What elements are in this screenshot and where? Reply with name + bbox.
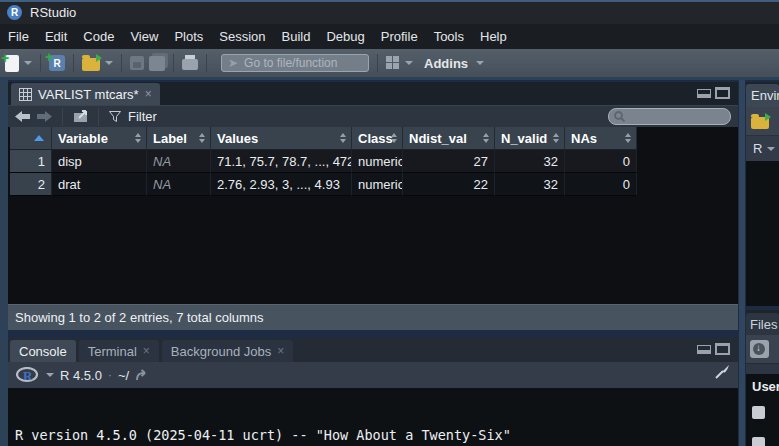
status-text: Showing 1 to 2 of 2 entries, 7 total col… — [15, 310, 264, 325]
broom-icon[interactable] — [714, 363, 731, 379]
forward-arrow-icon[interactable] — [37, 111, 52, 122]
close-icon[interactable]: × — [143, 345, 150, 357]
package-checkbox[interactable] — [752, 437, 765, 446]
sort-icon[interactable] — [483, 133, 489, 143]
open-folder-caret-icon[interactable] — [105, 61, 113, 65]
left-edge-strip — [0, 80, 8, 446]
toolbar-separator — [73, 54, 74, 72]
table-cell-values[interactable]: 2.76, 2.93, 3, ..., 4.93 — [211, 173, 352, 196]
menu-plots[interactable]: Plots — [166, 29, 211, 44]
menu-debug[interactable]: Debug — [318, 29, 372, 44]
console-output[interactable]: R version 4.5.0 (2025-04-11 ucrt) -- "Ho… — [8, 388, 738, 446]
close-icon[interactable]: × — [145, 88, 152, 100]
tab-label: VARLIST mtcars* — [38, 87, 139, 102]
save-all-icon[interactable] — [149, 56, 165, 71]
close-icon[interactable]: × — [277, 345, 284, 357]
environment-language-selector[interactable]: R — [746, 135, 779, 161]
menu-tools[interactable]: Tools — [426, 29, 472, 44]
menu-file[interactable]: File — [0, 29, 37, 44]
menu-profile[interactable]: Profile — [373, 29, 426, 44]
addins-caret-icon[interactable] — [476, 61, 484, 65]
table-cell-values[interactable]: 71.1, 75.7, 78.7, ..., 472 — [211, 150, 352, 173]
header-label[interactable]: Label — [147, 127, 211, 150]
sort-icon[interactable] — [553, 133, 559, 143]
toolbar-separator — [206, 54, 207, 72]
table-cell-n-valid[interactable]: 32 — [495, 173, 565, 196]
menu-code[interactable]: Code — [75, 29, 122, 44]
working-directory[interactable]: ~/ — [118, 368, 129, 383]
back-arrow-icon[interactable] — [15, 111, 30, 122]
table-cell-class[interactable]: numeric — [352, 150, 403, 173]
maximize-icon[interactable] — [715, 87, 730, 99]
menu-view[interactable]: View — [122, 29, 166, 44]
open-folder-icon[interactable] — [82, 58, 100, 71]
search-input[interactable] — [629, 111, 725, 123]
open-in-window-icon[interactable] — [135, 369, 149, 381]
minimize-icon[interactable] — [697, 345, 711, 354]
sort-icon[interactable] — [199, 133, 205, 143]
header-values[interactable]: Values — [211, 127, 352, 150]
menu-build[interactable]: Build — [274, 29, 319, 44]
files-secondary-strip — [746, 363, 779, 374]
new-project-icon[interactable]: R — [49, 55, 65, 71]
header-n-valid[interactable]: N_valid — [495, 127, 565, 150]
header-ndist-val[interactable]: Ndist_val — [403, 127, 495, 150]
maximize-icon[interactable] — [715, 343, 730, 355]
menu-session[interactable]: Session — [211, 29, 273, 44]
table-cell-label[interactable]: NA — [147, 173, 211, 196]
sort-icon[interactable] — [135, 133, 141, 143]
minimize-icon[interactable] — [697, 89, 711, 98]
header-rownum[interactable] — [10, 127, 52, 150]
save-icon[interactable] — [130, 56, 144, 70]
print-icon[interactable] — [182, 59, 198, 70]
table-cell-variable[interactable]: disp — [52, 150, 147, 173]
header-nas[interactable]: NAs — [565, 127, 637, 150]
table-cell-ndist-val[interactable]: 27 — [403, 150, 495, 173]
toolbar-separator — [40, 54, 41, 72]
goto-file-input[interactable] — [244, 56, 399, 70]
table-cell-class[interactable]: numeric — [352, 173, 403, 196]
header-variable[interactable]: Variable — [52, 127, 147, 150]
tab-terminal[interactable]: Terminal × — [79, 340, 159, 362]
r-logo-icon: R — [16, 367, 40, 383]
r-version-caret-icon[interactable] — [46, 373, 54, 377]
package-checkbox[interactable] — [752, 406, 765, 419]
install-package-icon[interactable] — [750, 340, 769, 358]
new-file-caret-icon[interactable] — [24, 61, 32, 65]
tab-files[interactable]: Files — [746, 313, 779, 335]
data-pane-toolbar: Filter — [8, 105, 738, 127]
sort-icon[interactable] — [391, 133, 397, 143]
header-class[interactable]: Class — [352, 127, 403, 150]
panes-caret-icon[interactable] — [405, 61, 413, 65]
table-cell-ndist-val[interactable]: 22 — [403, 173, 495, 196]
table-cell-label[interactable]: NA — [147, 150, 211, 173]
table-cell-n-valid[interactable]: 32 — [495, 150, 565, 173]
goto-file-box[interactable]: ➤ — [221, 54, 369, 72]
table-row-number[interactable]: 2 — [10, 173, 52, 196]
files-tabstrip: Files — [746, 310, 779, 335]
popout-icon[interactable] — [73, 110, 88, 123]
table-row-number[interactable]: 1 — [10, 150, 52, 173]
new-file-icon[interactable] — [5, 55, 19, 72]
table-cell-nas[interactable]: 0 — [565, 150, 637, 173]
console-tabstrip: Console Terminal × Background Jobs × — [8, 338, 738, 362]
files-pane: Files User Library — [746, 310, 779, 446]
sort-icon[interactable] — [340, 133, 346, 143]
table-cell-nas[interactable]: 0 — [565, 173, 637, 196]
menu-help[interactable]: Help — [472, 29, 515, 44]
packages-list: User Library — [746, 374, 779, 446]
load-workspace-folder-icon[interactable] — [751, 117, 769, 129]
tab-background-jobs[interactable]: Background Jobs × — [162, 340, 293, 362]
addins-button[interactable]: Addins — [424, 56, 468, 71]
grid-table-icon — [19, 88, 32, 101]
table-search-box[interactable] — [608, 108, 731, 125]
tab-environment[interactable]: Environment — [746, 84, 779, 107]
tab-console[interactable]: Console — [10, 340, 76, 362]
panes-grid-icon[interactable] — [386, 56, 400, 70]
sort-icon[interactable] — [625, 133, 631, 143]
menu-edit[interactable]: Edit — [37, 29, 75, 44]
pane-divider[interactable] — [739, 80, 745, 446]
table-cell-variable[interactable]: drat — [52, 173, 147, 196]
filter-button[interactable]: Filter — [128, 109, 157, 124]
tab-varlist-mtcars[interactable]: VARLIST mtcars* × — [11, 83, 160, 105]
